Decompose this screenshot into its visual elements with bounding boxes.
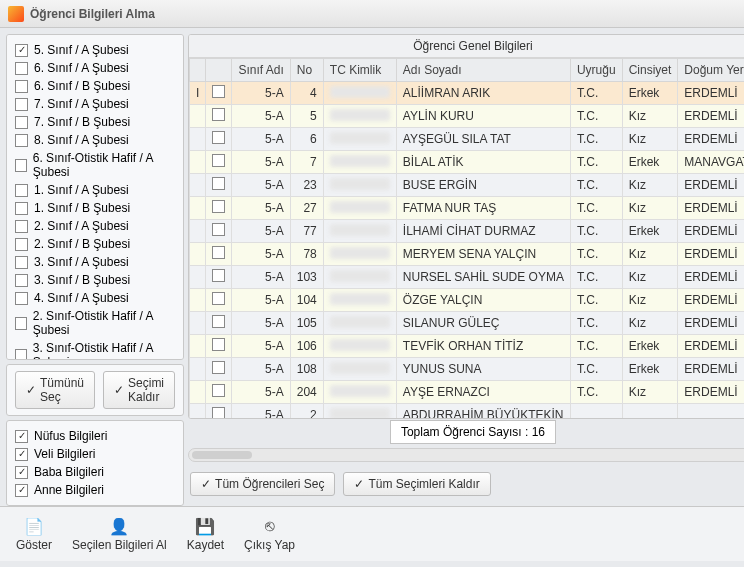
- table-row[interactable]: 5-A2ABDURRAHİM BÜYÜKTEKİN: [190, 404, 744, 419]
- class-item[interactable]: 2. Sınıf / A Şubesi: [15, 217, 175, 235]
- row-checkbox[interactable]: [206, 335, 232, 358]
- row-checkbox[interactable]: [206, 220, 232, 243]
- cell-sinif: 5-A: [232, 381, 290, 404]
- class-item[interactable]: 3. Sınıf / B Şubesi: [15, 271, 175, 289]
- cell-uyruk: T.C.: [570, 151, 622, 174]
- al-button[interactable]: 👤Seçilen Bilgileri Al: [68, 514, 171, 554]
- cell-cinsiyet: Kız: [622, 289, 678, 312]
- row-checkbox[interactable]: [206, 128, 232, 151]
- class-item[interactable]: 1. Sınıf / A Şubesi: [15, 181, 175, 199]
- table-row[interactable]: 5-A77İLHAMİ CİHAT DURMAZT.C.ErkekERDEMLİ: [190, 220, 744, 243]
- select-all-students-button[interactable]: ✓Tüm Öğrencileri Seç: [190, 472, 335, 496]
- info-option[interactable]: ✓Veli Bilgileri: [15, 445, 175, 463]
- cell-no: 104: [290, 289, 323, 312]
- col-no[interactable]: No: [290, 59, 323, 82]
- class-label: 6. Sınıf / B Şubesi: [34, 79, 130, 93]
- row-checkbox[interactable]: [206, 197, 232, 220]
- class-item[interactable]: 7. Sınıf / B Şubesi: [15, 113, 175, 131]
- cell-dogum: ERDEMLİ: [678, 197, 744, 220]
- row-indicator: [190, 266, 206, 289]
- row-checkbox[interactable]: [206, 312, 232, 335]
- table-row[interactable]: 5-A7BİLAL ATİKT.C.ErkekMANAVGAT: [190, 151, 744, 174]
- cell-sinif: 5-A: [232, 197, 290, 220]
- table-row[interactable]: 5-A23BUSE ERGİNT.C.KızERDEMLİ: [190, 174, 744, 197]
- select-all-classes-button[interactable]: ✓Tümünü Seç: [15, 371, 95, 409]
- class-item[interactable]: 7. Sınıf / A Şubesi: [15, 95, 175, 113]
- class-item[interactable]: 6. Sınıf-Otistik Hafif / A Şubesi: [15, 149, 175, 181]
- row-checkbox[interactable]: [206, 404, 232, 419]
- class-item[interactable]: 2. Sınıf / B Şubesi: [15, 235, 175, 253]
- info-option[interactable]: ✓Baba Bilgileri: [15, 463, 175, 481]
- grid-scroll[interactable]: Sınıf Adı No TC Kimlik Adı Soyadı Uyruğu…: [189, 58, 744, 418]
- cell-ad: ÖZGE YALÇIN: [396, 289, 570, 312]
- horizontal-scrollbar[interactable]: [188, 448, 744, 462]
- col-uyruk[interactable]: Uyruğu: [570, 59, 622, 82]
- col-sinif[interactable]: Sınıf Adı: [232, 59, 290, 82]
- table-row[interactable]: I5-A4ALİİMRAN ARIKT.C.ErkekERDEMLİ: [190, 82, 744, 105]
- window-title: Öğrenci Bilgileri Alma: [30, 7, 155, 21]
- col-dogum[interactable]: Doğum Yeri: [678, 59, 744, 82]
- row-indicator: [190, 105, 206, 128]
- class-item[interactable]: 8. Sınıf / A Şubesi: [15, 131, 175, 149]
- col-ad[interactable]: Adı Soyadı: [396, 59, 570, 82]
- class-item[interactable]: 2. Sınıf-Otistik Hafif / A Şubesi: [15, 307, 175, 339]
- table-row[interactable]: 5-A105SILANUR GÜLEÇT.C.KızERDEMLİ: [190, 312, 744, 335]
- class-item[interactable]: 1. Sınıf / B Şubesi: [15, 199, 175, 217]
- checkbox-icon: [15, 274, 28, 287]
- goster-button[interactable]: 📄Göster: [12, 514, 56, 554]
- table-row[interactable]: 5-A78MERYEM SENA YALÇINT.C.KızERDEMLİ: [190, 243, 744, 266]
- row-indicator: I: [190, 82, 206, 105]
- total-count: Toplam Öğrenci Sayısı : 16: [390, 420, 556, 444]
- cell-no: 77: [290, 220, 323, 243]
- table-row[interactable]: 5-A103NURSEL SAHİL SUDE OYMAT.C.KızERDEM…: [190, 266, 744, 289]
- class-item[interactable]: 3. Sınıf / A Şubesi: [15, 253, 175, 271]
- class-label: 3. Sınıf / B Şubesi: [34, 273, 130, 287]
- col-cinsiyet[interactable]: Cinsiyet: [622, 59, 678, 82]
- deselect-classes-button[interactable]: ✓Seçimi Kaldır: [103, 371, 175, 409]
- checkbox-icon: ✓: [15, 448, 28, 461]
- cell-uyruk: T.C.: [570, 289, 622, 312]
- info-option[interactable]: ✓Anne Bilgileri: [15, 481, 175, 499]
- cell-tc: [323, 197, 396, 220]
- class-item[interactable]: 6. Sınıf / B Şubesi: [15, 77, 175, 95]
- checkbox-icon: [15, 317, 27, 330]
- table-row[interactable]: 5-A27FATMA NUR TAŞT.C.KızERDEMLİ: [190, 197, 744, 220]
- row-checkbox[interactable]: [206, 151, 232, 174]
- row-indicator: [190, 289, 206, 312]
- table-row[interactable]: 5-A104ÖZGE YALÇINT.C.KızERDEMLİ: [190, 289, 744, 312]
- table-row[interactable]: 5-A108YUNUS SUNAT.C.ErkekERDEMLİ: [190, 358, 744, 381]
- table-row[interactable]: 5-A106TEVFİK ORHAN TİTİZT.C.ErkekERDEMLİ: [190, 335, 744, 358]
- info-option[interactable]: ✓Nüfus Bilgileri: [15, 427, 175, 445]
- class-item[interactable]: 3. Sınıf-Otistik Hafif / A Şubesi: [15, 339, 175, 360]
- info-label: Nüfus Bilgileri: [34, 429, 107, 443]
- table-row[interactable]: 5-A6AYŞEGÜL SILA TATT.C.KızERDEMLİ: [190, 128, 744, 151]
- cell-dogum: ERDEMLİ: [678, 220, 744, 243]
- class-item[interactable]: 6. Sınıf / A Şubesi: [15, 59, 175, 77]
- deselect-all-students-button[interactable]: ✓Tüm Seçimleri Kaldır: [343, 472, 490, 496]
- row-checkbox[interactable]: [206, 82, 232, 105]
- table-row[interactable]: 5-A204AYŞE ERNAZCIT.C.KızERDEMLİ: [190, 381, 744, 404]
- row-checkbox[interactable]: [206, 358, 232, 381]
- row-checkbox[interactable]: [206, 266, 232, 289]
- cell-cinsiyet: Kız: [622, 381, 678, 404]
- cell-ad: AYŞE ERNAZCI: [396, 381, 570, 404]
- row-checkbox[interactable]: [206, 174, 232, 197]
- cell-uyruk: T.C.: [570, 220, 622, 243]
- col-tc[interactable]: TC Kimlik: [323, 59, 396, 82]
- cikis-button[interactable]: ⎋Çıkış Yap: [240, 514, 299, 554]
- cell-uyruk: T.C.: [570, 312, 622, 335]
- kaydet-button[interactable]: 💾Kaydet: [183, 514, 228, 554]
- cell-uyruk: T.C.: [570, 128, 622, 151]
- table-row[interactable]: 5-A5AYLİN KURUT.C.KızERDEMLİ: [190, 105, 744, 128]
- row-checkbox[interactable]: [206, 289, 232, 312]
- row-checkbox[interactable]: [206, 105, 232, 128]
- cell-cinsiyet: Erkek: [622, 151, 678, 174]
- cell-dogum: ERDEMLİ: [678, 128, 744, 151]
- row-checkbox[interactable]: [206, 243, 232, 266]
- cell-tc: [323, 358, 396, 381]
- class-item[interactable]: ✓5. Sınıf / A Şubesi: [15, 41, 175, 59]
- col-checkbox: [206, 59, 232, 82]
- row-checkbox[interactable]: [206, 381, 232, 404]
- cell-no: 4: [290, 82, 323, 105]
- class-item[interactable]: 4. Sınıf / A Şubesi: [15, 289, 175, 307]
